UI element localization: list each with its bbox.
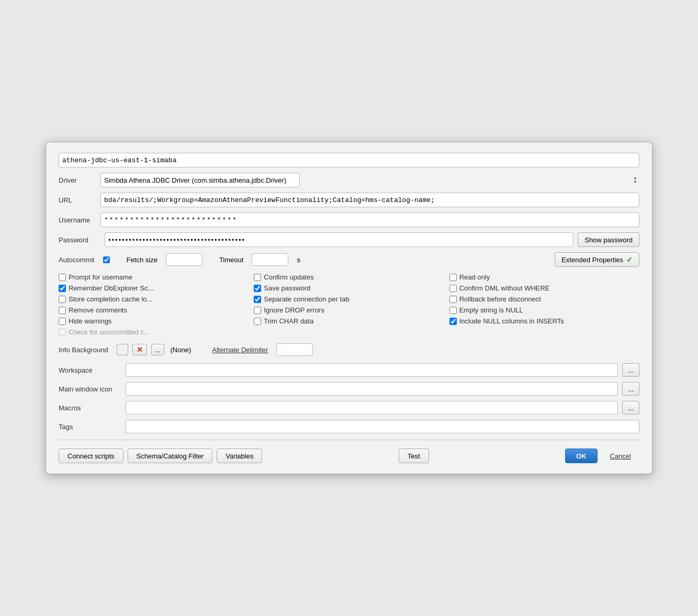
checkbox-item: Store completion cache lo... [59,295,249,303]
checkbox-item: Remember DbExplorer Sc... [59,284,249,292]
checkbox-item: Hide warnings [59,317,249,325]
checkbox-item: Save password [254,284,444,292]
alternate-delimiter-input[interactable] [276,343,313,356]
checkbox-item: Confirm updates [254,273,444,281]
checkbox-label: Separate connection per tab [264,295,349,303]
macros-label: Macros [59,404,121,412]
timeout-input[interactable] [252,253,288,266]
info-background-color-box[interactable] [117,344,128,355]
checkbox-item: Include NULL columns in INSERTs [449,317,639,325]
macros-browse-button[interactable]: ... [622,401,639,415]
ignore-drop-errors-checkbox[interactable] [254,307,261,314]
main-window-icon-label: Main window icon [59,385,121,393]
variables-button[interactable]: Variables [217,449,262,463]
url-input[interactable] [100,193,639,207]
read-only-checkbox[interactable] [449,274,457,281]
connection-dialog: Driver Simbda Athena JDBC Driver (com.si… [46,142,652,474]
store-completion-checkbox[interactable] [59,296,66,303]
timeout-label: Timeout [219,256,243,264]
checkbox-label: Confirm DML without WHERE [459,284,550,292]
driver-arrows-icon: ▲ ▼ [633,176,637,184]
cancel-button[interactable]: Cancel [602,449,639,463]
connection-name-input[interactable] [59,153,639,167]
checkbox-item: Empty string is NULL [449,306,639,314]
include-null-columns-checkbox[interactable] [449,318,457,325]
tags-input[interactable] [126,420,639,433]
checkbox-item: Confirm DML without WHERE [449,284,639,292]
checkbox-label: Trim CHAR data [264,317,313,325]
confirm-dml-checkbox[interactable] [449,285,457,292]
empty-string-null-checkbox[interactable] [449,307,457,314]
checkbox-label: Empty string is NULL [459,306,523,314]
checkbox-label: Remove comments [69,306,127,314]
bottom-buttons: Connect scripts Schema/Catalog Filter Va… [59,449,639,463]
x-icon: ✕ [137,345,143,354]
checkbox-item: Ignore DROP errors [254,306,444,314]
workspace-browse-button[interactable]: ... [622,363,639,377]
separate-connection-checkbox[interactable] [254,296,261,303]
info-bg-label: Info Background [59,346,108,354]
checkbox-item: Remove comments [59,306,249,314]
ok-button[interactable]: OK [565,449,598,463]
fetch-size-input[interactable] [166,253,202,266]
macros-input[interactable] [126,401,618,415]
main-window-icon-input[interactable] [126,382,618,396]
password-label: Password [59,236,100,244]
hide-warnings-checkbox[interactable] [59,318,66,325]
driver-label: Driver [59,176,100,184]
prompt-username-checkbox[interactable] [59,274,66,281]
checkbox-label: Hide warnings [69,317,111,325]
checkbox-label: Confirm updates [264,273,313,281]
save-password-checkbox[interactable] [254,285,261,292]
connect-scripts-button[interactable]: Connect scripts [59,449,123,463]
trim-char-checkbox[interactable] [254,318,261,325]
main-window-icon-browse-button[interactable]: ... [622,382,639,396]
rollback-before-disconnect-checkbox[interactable] [449,296,457,303]
checkboxes-section: Prompt for username Confirm updates Read… [59,273,639,336]
checkbox-label: Ignore DROP errors [264,306,324,314]
check-uncommitted-checkbox[interactable] [59,329,66,336]
workspace-input[interactable] [126,363,618,377]
url-label: URL [59,196,100,204]
checkbox-label: Prompt for username [69,273,132,281]
checkbox-item: Rollback before disconnect [449,295,639,303]
checkbox-label: Remember DbExplorer Sc... [69,284,154,292]
schema-catalog-filter-button[interactable]: Schema/Catalog Filter [128,449,213,463]
checkbox-label: Read only [459,273,490,281]
checkbox-item: Check for uncommitted c... [59,328,249,336]
remember-dbexplorer-checkbox[interactable] [59,285,66,292]
autocommit-checkbox[interactable] [103,256,110,263]
username-label: Username [59,216,100,224]
checkbox-label: Rollback before disconnect [459,295,541,303]
username-input[interactable] [100,212,639,227]
alternate-delimiter-link[interactable]: Alternate Delimiter [212,346,268,354]
checkbox-item: Separate connection per tab [254,295,444,303]
checkbox-label: Check for uncommitted c... [69,328,150,336]
checkbox-label: Store completion cache lo... [69,295,152,303]
timeout-unit: s [297,256,300,264]
check-icon: ✓ [626,255,633,264]
show-password-button[interactable]: Show password [578,232,639,247]
info-bg-clear-button[interactable]: ✕ [132,344,147,355]
workspace-label: Workspace [59,366,121,374]
remove-comments-checkbox[interactable] [59,307,66,314]
checkbox-item: Prompt for username [59,273,249,281]
checkbox-label: Save password [264,284,310,292]
tags-label: Tags [59,423,121,431]
password-input[interactable] [105,232,573,247]
info-bg-browse-button[interactable]: ... [151,344,164,355]
checkbox-item: Trim CHAR data [254,317,444,325]
driver-select[interactable]: Simbda Athena JDBC Driver (com.simba.ath… [100,173,300,187]
test-button[interactable]: Test [399,449,429,463]
extended-properties-label: Extended Properties [561,256,623,264]
divider [59,440,639,440]
fetch-size-label: Fetch size [127,256,157,264]
autocommit-label: Autocommit [59,256,95,264]
driver-wrapper: Simbda Athena JDBC Driver (com.simba.ath… [100,173,639,187]
confirm-updates-checkbox[interactable] [254,274,261,281]
checkbox-label: Include NULL columns in INSERTs [459,317,564,325]
checkbox-item: Read only [449,273,639,281]
none-text: (None) [171,346,192,354]
extended-properties-button[interactable]: Extended Properties ✓ [555,252,639,267]
